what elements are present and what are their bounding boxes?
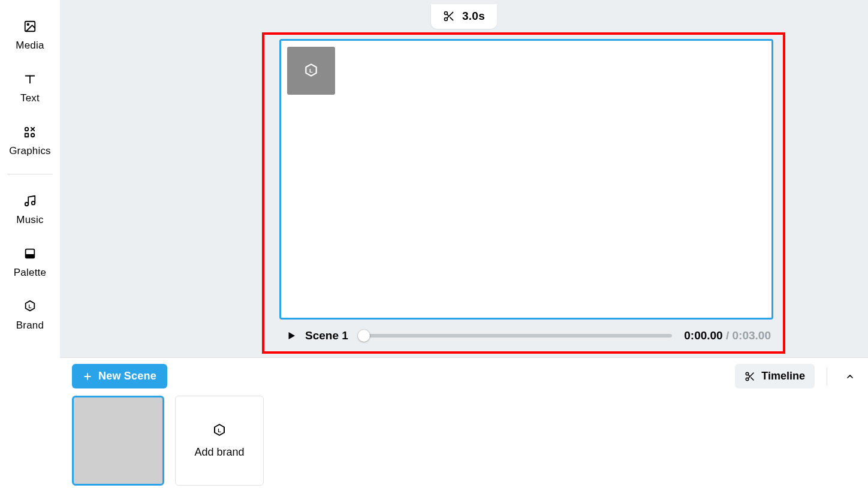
sidebar-item-media[interactable]: Media [0,13,60,66]
svg-point-2 [25,128,29,131]
current-scene-label: Scene 1 [305,329,348,342]
bottom-panel: New Scene Timeline [60,357,868,488]
scrub-slider-thumb[interactable] [358,330,370,342]
new-scene-label: New Scene [98,370,156,382]
image-icon [23,19,37,34]
svg-point-6 [32,201,35,205]
palette-icon [23,246,37,261]
scene-thumbnail-1[interactable] [72,396,164,486]
scrub-slider-track[interactable] [360,334,672,338]
sidebar-item-label: Music [16,214,43,226]
time-readout: 0:00.00 / 0:03.00 [684,329,771,342]
svg-text:L: L [28,304,31,309]
scene-strip: L Add brand [72,388,861,486]
trim-duration-label: 3.0s [462,10,485,23]
sidebar-item-palette[interactable]: Palette [0,240,60,293]
sidebar-item-brand[interactable]: L Brand [0,293,60,346]
svg-line-13 [450,17,453,20]
add-brand-label: Add brand [194,446,244,459]
sidebar-divider [7,174,53,174]
collapse-panel-button[interactable] [839,366,861,387]
play-button[interactable] [286,330,297,341]
bottom-panel-header: New Scene Timeline [72,364,861,388]
svg-rect-8 [26,254,35,258]
trim-duration-button[interactable]: 3.0s [431,4,497,29]
svg-line-20 [748,375,750,376]
svg-point-4 [31,134,35,137]
chevron-up-icon [845,372,855,381]
music-icon [23,194,37,208]
timeline-button[interactable]: Timeline [735,364,815,388]
sidebar-item-label: Text [20,92,40,104]
sidebar: Media Text Graphics Music Palette L Bran… [0,0,60,488]
plus-icon [83,372,92,381]
canvas-brand-object[interactable]: L [287,47,335,95]
sidebar-item-label: Graphics [9,145,51,157]
sidebar-item-label: Brand [16,320,44,332]
main-area: 3.0s L Scene 1 0:00.00 / 0:03 [60,0,868,488]
sidebar-item-label: Media [16,40,44,52]
timeline-label: Timeline [761,370,805,382]
brand-hex-icon: L [23,299,37,314]
canvas[interactable]: L [279,39,773,320]
brand-hex-icon: L [303,63,319,79]
stage-wrap: 3.0s L Scene 1 0:00.00 / 0:03 [60,0,868,357]
svg-line-19 [751,377,754,379]
new-scene-button[interactable]: New Scene [72,364,167,388]
sidebar-item-label: Palette [14,267,46,279]
player-controls: Scene 1 0:00.00 / 0:03.00 [286,327,771,344]
sidebar-item-graphics[interactable]: Graphics [0,119,60,171]
scissors-icon [443,10,455,22]
svg-point-1 [27,23,29,25]
svg-text:L: L [218,427,221,433]
svg-point-5 [25,203,29,206]
sidebar-item-text[interactable]: Text [0,66,60,119]
brand-hex-icon: L [212,423,227,438]
svg-rect-3 [25,134,29,137]
shapes-icon [23,125,37,139]
total-time: 0:03.00 [733,329,771,342]
add-brand-card[interactable]: L Add brand [175,396,264,486]
text-icon [23,72,37,86]
annotation-highlight: L Scene 1 0:00.00 / 0:03.00 [262,32,785,354]
svg-text:L: L [309,67,313,74]
scissors-icon [745,371,755,382]
sidebar-item-music[interactable]: Music [0,188,60,240]
vertical-divider [827,367,827,385]
bottom-panel-right-controls: Timeline [735,364,861,388]
current-time: 0:00.00 [684,329,722,342]
svg-line-14 [447,14,449,16]
time-separator: / [723,329,733,342]
